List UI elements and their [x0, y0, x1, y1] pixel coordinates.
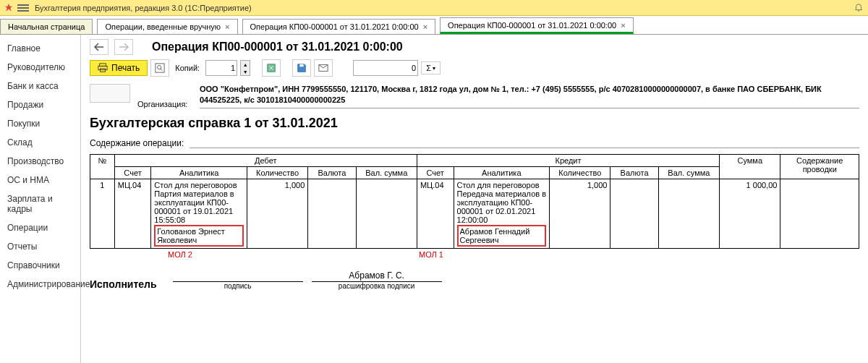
svg-rect-0: [100, 64, 106, 67]
email-button[interactable]: [314, 59, 333, 77]
sidebar-item-warehouse[interactable]: Склад: [0, 133, 80, 152]
menu-icon[interactable]: [17, 2, 29, 14]
tab-operation-2-active[interactable]: Операция КП00-000001 от 31.01.2021 0:00:…: [440, 17, 634, 34]
printer-icon: [98, 63, 108, 73]
credit-person-highlight: Абрамов Геннадий Сергеевич: [457, 225, 547, 247]
cell-content: [780, 179, 859, 248]
page-title: Операция КП00-000001 от 31.01.2021 0:00:…: [152, 40, 403, 54]
svg-rect-1: [98, 66, 107, 69]
name-caption: расшифровка подписи: [312, 282, 442, 290]
sum-display[interactable]: [353, 60, 418, 76]
cell-d-valsum: [356, 179, 417, 248]
cell-num: 1: [90, 179, 115, 248]
debit-person-highlight: Голованов Эрнест Яковлевич: [154, 225, 244, 247]
signature-line: [173, 270, 303, 282]
org-row: Организация: ООО "Конфетпром", ИНН 77995…: [90, 84, 859, 108]
col-credit: Кредит: [417, 154, 719, 166]
sigma-button[interactable]: Σ ▾: [421, 61, 441, 74]
content-value-line: [190, 138, 859, 148]
close-icon[interactable]: ×: [423, 22, 427, 31]
org-value: ООО "Конфетпром", ИНН 7799555550, 121170…: [200, 84, 859, 108]
svg-rect-6: [300, 64, 304, 67]
export-button[interactable]: [262, 59, 281, 77]
col-d-acct: Счет: [114, 166, 151, 179]
mol1-label: МОЛ 1: [391, 250, 471, 259]
sidebar-item-production[interactable]: Производство: [0, 152, 80, 171]
table-row[interactable]: 1 МЦ.04 Стол для переговоров Партия мате…: [90, 179, 859, 248]
content-label: Содержание операции:: [90, 138, 184, 148]
tab-operation-1[interactable]: Операция КП00-000001 от 31.01.2021 0:00:…: [242, 19, 436, 34]
sidebar-item-manager[interactable]: Руководителю: [0, 58, 80, 77]
copies-spinner[interactable]: ▲ ▼: [240, 60, 250, 76]
col-debit: Дебет: [114, 154, 417, 166]
executor-row: Исполнитель подпись Абрамов Г. С. расшиф…: [90, 270, 859, 290]
col-sum: Сумма: [720, 154, 780, 179]
entries-table: № Дебет Кредит Сумма Содержание проводки…: [90, 154, 859, 249]
col-d-qty: Количество: [247, 166, 307, 179]
bell-icon[interactable]: [854, 3, 864, 13]
col-content: Содержание проводки: [780, 154, 859, 179]
tabbar: Начальная страница Операции, введенные в…: [0, 16, 868, 35]
cell-d-qty: 1,000: [247, 179, 307, 248]
org-image-placeholder: [90, 84, 130, 103]
cell-c-qty: 1,000: [550, 179, 610, 248]
col-d-currency: Валюта: [308, 166, 356, 179]
copies-label: Копий:: [175, 64, 200, 72]
sidebar-item-reports[interactable]: Отчеты: [0, 237, 80, 256]
signature-caption: подпись: [173, 282, 303, 290]
cell-d-acct: МЦ.04: [114, 179, 151, 248]
copies-input[interactable]: [205, 60, 237, 76]
save-button[interactable]: [292, 59, 311, 77]
back-button[interactable]: [90, 39, 109, 55]
preview-button[interactable]: [150, 59, 169, 77]
titlebar: Бухгалтерия предприятия, редакция 3.0 (1…: [0, 0, 868, 16]
star-icon[interactable]: [4, 4, 13, 12]
close-icon[interactable]: ×: [621, 21, 625, 30]
sidebar-item-assets[interactable]: ОС и НМА: [0, 171, 80, 189]
org-label: Организация:: [137, 98, 194, 108]
tab-home[interactable]: Начальная страница: [0, 19, 93, 34]
name-line: Абрамов Г. С.: [312, 270, 442, 282]
close-icon[interactable]: ×: [225, 22, 229, 31]
col-c-valsum: Вал. сумма: [658, 166, 719, 179]
spin-down-icon[interactable]: ▼: [241, 68, 250, 75]
sidebar-item-directories[interactable]: Справочники: [0, 256, 80, 275]
app-title: Бухгалтерия предприятия, редакция 3.0 (1…: [35, 4, 252, 12]
sidebar-item-main[interactable]: Главное: [0, 39, 80, 58]
cell-d-currency: [308, 179, 356, 248]
cell-d-analytics: Стол для переговоров Партия материалов в…: [151, 179, 247, 248]
col-d-valsum: Вал. сумма: [356, 166, 417, 179]
sidebar-item-bank[interactable]: Банк и касса: [0, 77, 80, 95]
cell-c-currency: [610, 179, 658, 248]
mol2-label: МОЛ 2: [140, 250, 220, 259]
sidebar: Главное Руководителю Банк и касса Продаж…: [0, 35, 81, 363]
col-c-analytics: Аналитика: [454, 166, 550, 179]
tab-operations-manual[interactable]: Операции, введенные вручную ×: [97, 19, 237, 34]
spin-up-icon[interactable]: ▲: [241, 61, 250, 68]
svg-rect-3: [156, 64, 164, 72]
sidebar-item-admin[interactable]: Администрирование: [0, 275, 80, 294]
content-field: Содержание операции:: [90, 138, 859, 148]
col-c-qty: Количество: [550, 166, 610, 179]
document-heading: Бухгалтерская справка 1 от 31.01.2021: [90, 116, 859, 131]
sidebar-item-payroll[interactable]: Зарплата и кадры: [0, 189, 80, 218]
col-c-acct: Счет: [417, 166, 454, 179]
sidebar-item-purchases[interactable]: Покупки: [0, 114, 80, 133]
content-area: Операция КП00-000001 от 31.01.2021 0:00:…: [81, 35, 868, 363]
cell-sum: 1 000,00: [720, 179, 780, 248]
cell-c-valsum: [658, 179, 719, 248]
executor-title: Исполнитель: [90, 278, 157, 290]
sidebar-item-operations[interactable]: Операции: [0, 218, 80, 237]
cell-c-analytics: Стол для переговоров Передача материалов…: [454, 179, 550, 248]
col-d-analytics: Аналитика: [151, 166, 247, 179]
cell-c-acct: МЦ.04: [417, 179, 454, 248]
sidebar-item-sales[interactable]: Продажи: [0, 95, 80, 114]
col-c-currency: Валюта: [610, 166, 658, 179]
print-button[interactable]: Печать: [90, 60, 148, 76]
toolbar: Печать Копий: ▲ ▼: [90, 59, 859, 77]
forward-button[interactable]: [114, 39, 133, 55]
col-num: №: [90, 154, 115, 179]
